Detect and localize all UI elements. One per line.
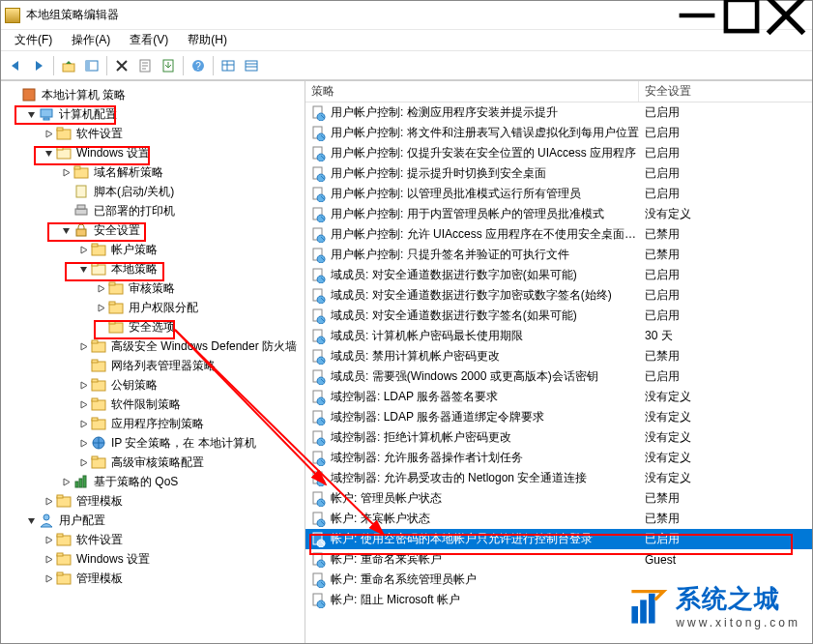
tree-item[interactable]: 软件设置 bbox=[1, 530, 305, 549]
toolbar-viewdetails[interactable] bbox=[241, 55, 262, 76]
policy-row[interactable]: 用户帐户控制: 提示提升时切换到安全桌面已启用 bbox=[305, 163, 812, 184]
tree-item[interactable]: 用户权限分配 bbox=[1, 298, 305, 317]
policy-row[interactable]: 域成员: 对安全通道数据进行数字加密(如果可能)已启用 bbox=[305, 265, 812, 285]
col-policy-header[interactable]: 策略 bbox=[305, 81, 639, 102]
tree-item[interactable]: 基于策略的 QoS bbox=[1, 472, 305, 491]
col-setting-header[interactable]: 安全设置 bbox=[639, 81, 812, 102]
twisty-icon[interactable] bbox=[59, 204, 73, 218]
twisty-icon[interactable] bbox=[76, 262, 90, 276]
toolbar-properties[interactable] bbox=[134, 55, 156, 76]
policy-row[interactable]: 域控制器: LDAP 服务器签名要求没有定义 bbox=[305, 387, 812, 407]
policy-row[interactable]: 用户帐户控制: 允许 UIAccess 应用程序在不使用安全桌面…已禁用 bbox=[305, 224, 812, 245]
twisty-icon[interactable] bbox=[94, 281, 107, 295]
twisty-icon[interactable] bbox=[76, 455, 90, 469]
policy-row[interactable]: 域成员: 对安全通道数据进行数字加密或数字签名(始终)已启用 bbox=[305, 285, 812, 306]
policy-row[interactable]: 用户帐户控制: 检测应用程序安装并提示提升已启用 bbox=[305, 102, 812, 123]
tree-item[interactable]: 本地计算机 策略 bbox=[1, 85, 305, 104]
twisty-icon[interactable] bbox=[94, 320, 107, 334]
tree-item[interactable]: 本地策略 bbox=[1, 259, 305, 278]
tree-item[interactable]: 已部署的打印机 bbox=[1, 201, 305, 220]
twisty-icon[interactable] bbox=[76, 436, 90, 450]
toolbar-export[interactable] bbox=[158, 55, 179, 76]
toolbar-up[interactable] bbox=[58, 55, 79, 76]
tree-item[interactable]: 安全选项 bbox=[1, 317, 305, 337]
tree-pane[interactable]: 本地计算机 策略计算机配置软件设置Windows 设置域名解析策略脚本(启动/关… bbox=[1, 81, 305, 643]
tree-item[interactable]: 帐户策略 bbox=[1, 240, 305, 259]
svg-rect-57 bbox=[57, 572, 63, 575]
tree-item[interactable]: 网络列表管理器策略 bbox=[1, 356, 305, 375]
tree-item[interactable]: 计算机配置 bbox=[1, 104, 305, 124]
twisty-icon[interactable] bbox=[42, 494, 55, 508]
policy-row[interactable]: 用户帐户控制: 用于内置管理员帐户的管理员批准模式没有定义 bbox=[305, 204, 812, 224]
tree-item[interactable]: 管理模板 bbox=[1, 569, 305, 588]
policy-row[interactable]: 帐户: 使用空密码的本地帐户只允许进行控制台登录已启用 bbox=[305, 529, 812, 549]
twisty-icon[interactable] bbox=[94, 301, 107, 314]
toolbar-showhide[interactable] bbox=[81, 55, 102, 76]
twisty-icon[interactable] bbox=[59, 223, 73, 237]
menu-action[interactable]: 操作(A) bbox=[62, 30, 120, 50]
policy-row[interactable]: 域成员: 计算机帐户密码最长使用期限30 天 bbox=[305, 326, 812, 346]
minimize-button[interactable] bbox=[675, 1, 719, 30]
twisty-icon[interactable] bbox=[24, 107, 38, 121]
twisty-icon[interactable] bbox=[76, 397, 90, 411]
policy-list[interactable]: 用户帐户控制: 检测应用程序安装并提示提升已启用用户帐户控制: 将文件和注册表写… bbox=[305, 102, 812, 643]
policy-row[interactable]: 用户帐户控制: 将文件和注册表写入错误虚拟化到每用户位置已启用 bbox=[305, 123, 812, 143]
policy-row[interactable]: 帐户: 来宾帐户状态已禁用 bbox=[305, 509, 812, 529]
toolbar-help[interactable]: ? bbox=[188, 55, 209, 76]
twisty-icon[interactable] bbox=[59, 185, 73, 198]
policy-setting: 已禁用 bbox=[639, 226, 812, 243]
menu-file[interactable]: 文件(F) bbox=[5, 30, 62, 50]
tree-item[interactable]: Windows 设置 bbox=[1, 143, 305, 162]
policy-row[interactable]: 域控制器: 允许服务器操作者计划任务没有定义 bbox=[305, 448, 812, 468]
policy-row[interactable]: 域控制器: 拒绝计算机帐户密码更改没有定义 bbox=[305, 427, 812, 448]
maximize-button[interactable] bbox=[719, 1, 764, 30]
twisty-icon[interactable] bbox=[42, 127, 55, 140]
twisty-icon[interactable] bbox=[76, 359, 90, 372]
twisty-icon[interactable] bbox=[76, 243, 90, 256]
tree-item[interactable]: 审核策略 bbox=[1, 278, 305, 298]
twisty-icon[interactable] bbox=[76, 339, 90, 353]
policy-row[interactable]: 域控制器: LDAP 服务器通道绑定令牌要求没有定义 bbox=[305, 407, 812, 427]
policy-row[interactable]: 域成员: 对安全通道数据进行数字签名(如果可能)已启用 bbox=[305, 306, 812, 326]
tree-item[interactable]: 安全设置 bbox=[1, 220, 305, 240]
tree-item[interactable]: 用户配置 bbox=[1, 511, 305, 530]
toolbar-back[interactable] bbox=[5, 55, 26, 76]
close-button[interactable] bbox=[764, 1, 808, 30]
tree-item[interactable]: Windows 设置 bbox=[1, 549, 305, 569]
twisty-icon[interactable] bbox=[59, 165, 73, 179]
tree-item[interactable]: 公钥策略 bbox=[1, 375, 305, 395]
twisty-icon[interactable] bbox=[42, 533, 55, 546]
policy-row[interactable]: 帐户: 重命名来宾帐户Guest bbox=[305, 549, 812, 570]
toolbar-forward[interactable] bbox=[28, 55, 49, 76]
menu-view[interactable]: 查看(V) bbox=[120, 30, 178, 50]
tree-item[interactable]: 软件设置 bbox=[1, 124, 305, 143]
twisty-icon[interactable] bbox=[42, 552, 55, 566]
twisty-icon[interactable] bbox=[42, 571, 55, 585]
menu-help[interactable]: 帮助(H) bbox=[178, 30, 237, 50]
tree-item[interactable]: IP 安全策略，在 本地计算机 bbox=[1, 433, 305, 453]
policy-item-icon bbox=[311, 552, 327, 568]
twisty-icon[interactable] bbox=[76, 417, 90, 430]
tree-item[interactable]: 高级审核策略配置 bbox=[1, 453, 305, 472]
tree-item[interactable]: 软件限制策略 bbox=[1, 395, 305, 414]
twisty-icon[interactable] bbox=[59, 475, 73, 488]
policy-row[interactable]: 域成员: 禁用计算机帐户密码更改已禁用 bbox=[305, 346, 812, 366]
tree-item[interactable]: 高级安全 Windows Defender 防火墙 bbox=[1, 337, 305, 356]
policy-row[interactable]: 用户帐户控制: 只提升签名并验证的可执行文件已禁用 bbox=[305, 245, 812, 265]
policy-row[interactable]: 用户帐户控制: 仅提升安装在安全位置的 UIAccess 应用程序已启用 bbox=[305, 143, 812, 163]
svg-rect-83 bbox=[632, 606, 639, 624]
policy-row[interactable]: 域控制器: 允许易受攻击的 Netlogon 安全通道连接没有定义 bbox=[305, 468, 812, 488]
policy-row[interactable]: 帐户: 管理员帐户状态已禁用 bbox=[305, 488, 812, 509]
twisty-icon[interactable] bbox=[24, 513, 38, 527]
tree-item[interactable]: 管理模板 bbox=[1, 491, 305, 511]
policy-row[interactable]: 域成员: 需要强(Windows 2000 或更高版本)会话密钥已启用 bbox=[305, 366, 812, 387]
tree-item[interactable]: 应用程序控制策略 bbox=[1, 414, 305, 433]
toolbar-viewlist[interactable] bbox=[218, 55, 239, 76]
tree-item[interactable]: 脚本(启动/关机) bbox=[1, 182, 305, 201]
twisty-icon[interactable] bbox=[42, 146, 55, 160]
toolbar-delete[interactable] bbox=[111, 55, 132, 76]
twisty-icon[interactable] bbox=[76, 378, 90, 392]
policy-row[interactable]: 用户帐户控制: 以管理员批准模式运行所有管理员已启用 bbox=[305, 184, 812, 204]
tree-item[interactable]: 域名解析策略 bbox=[1, 162, 305, 182]
twisty-icon[interactable] bbox=[7, 88, 20, 102]
